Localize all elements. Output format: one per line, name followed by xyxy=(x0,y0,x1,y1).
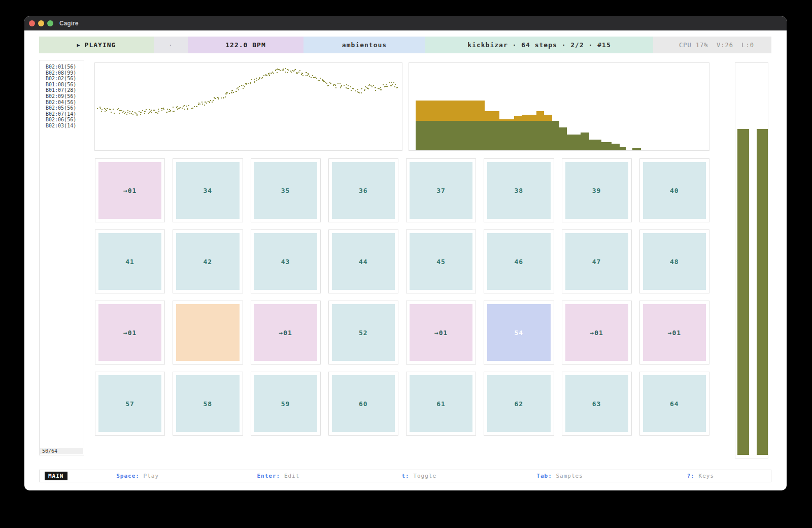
pad-53[interactable]: →01 xyxy=(406,301,476,365)
pad-label: 34 xyxy=(204,187,213,194)
scatter-dot xyxy=(120,110,121,111)
scene-name[interactable]: ambientous xyxy=(303,37,425,53)
pad-64[interactable]: 64 xyxy=(639,372,709,436)
pad-40[interactable]: 40 xyxy=(639,158,709,222)
pad-55[interactable]: →01 xyxy=(562,301,632,365)
pad-57[interactable]: 57 xyxy=(95,372,165,436)
scatter-dot xyxy=(241,85,242,86)
pad-label: →01 xyxy=(434,329,448,337)
pad-42[interactable]: 42 xyxy=(173,229,243,293)
hint-samples: Tab: Samples xyxy=(489,473,630,479)
pad-37[interactable]: 37 xyxy=(406,158,476,222)
sample-list-item[interactable]: B02:02(56) xyxy=(40,76,84,82)
pad-52[interactable]: 52 xyxy=(328,301,398,365)
scatter-dot xyxy=(110,109,111,110)
pad-56[interactable]: →01 xyxy=(639,301,709,365)
pad-59[interactable]: 59 xyxy=(251,372,321,436)
scatter-dot xyxy=(283,70,284,71)
bpm-display[interactable]: 122.0 BPM xyxy=(188,37,303,53)
pad-fill: →01 xyxy=(98,162,161,219)
scatter-dot xyxy=(346,84,347,85)
sample-list-item[interactable]: B02:04(56) xyxy=(40,100,84,106)
scatter-dot xyxy=(287,72,288,73)
pad-33[interactable]: →01 xyxy=(95,158,165,222)
hint-edit: Enter: Edit xyxy=(208,473,349,479)
histogram-plot xyxy=(409,62,709,151)
pad-51[interactable]: →01 xyxy=(251,301,321,365)
scatter-dot xyxy=(256,78,257,79)
pad-62[interactable]: 62 xyxy=(484,372,554,436)
pad-fill: 41 xyxy=(98,233,161,290)
pad-47[interactable]: 47 xyxy=(562,229,632,293)
pad-43[interactable]: 43 xyxy=(251,229,321,293)
scatter-dot xyxy=(209,102,210,103)
histogram-bar-lower xyxy=(522,121,537,150)
scatter-dot xyxy=(322,80,323,81)
sample-list-item[interactable]: B02:09(56) xyxy=(40,93,84,100)
scatter-dot xyxy=(341,85,342,86)
pad-label: 59 xyxy=(281,400,290,408)
minimize-button[interactable] xyxy=(38,20,44,26)
sample-list-item[interactable]: B02:06(56) xyxy=(40,117,84,123)
histogram-bar-upper xyxy=(499,119,515,120)
scatter-dot xyxy=(351,90,352,91)
pad-61[interactable]: 61 xyxy=(406,372,476,436)
scatter-dot xyxy=(213,100,214,101)
histogram-bar-lower xyxy=(566,135,581,150)
scatter-dot xyxy=(327,85,328,86)
sample-list-item[interactable]: B02:03(14) xyxy=(40,123,84,129)
pad-60[interactable]: 60 xyxy=(328,372,398,436)
scatter-dot xyxy=(269,75,270,76)
pad-58[interactable]: 58 xyxy=(173,372,243,436)
pad-45[interactable]: 45 xyxy=(406,229,476,293)
zoom-button[interactable] xyxy=(47,20,53,26)
scatter-dot xyxy=(170,111,171,112)
transport-status[interactable]: ▶ PLAYING xyxy=(39,37,154,53)
sample-list-item[interactable]: B02:08(99) xyxy=(40,70,84,76)
pad-46[interactable]: 46 xyxy=(484,229,554,293)
scatter-dot xyxy=(186,106,187,107)
scatter-dot xyxy=(168,111,170,112)
sample-list-item[interactable]: B01:08(56) xyxy=(40,82,84,88)
close-button[interactable] xyxy=(29,20,35,26)
pad-36[interactable]: 36 xyxy=(328,158,398,222)
scatter-dot xyxy=(373,85,374,86)
pad-38[interactable]: 38 xyxy=(484,158,554,222)
pad-fill: 37 xyxy=(410,162,472,219)
scatter-dot xyxy=(357,91,358,92)
scatter-dot xyxy=(221,97,222,98)
scatter-dot xyxy=(259,78,260,79)
pad-label: 38 xyxy=(515,187,524,194)
scatter-dot xyxy=(163,108,164,109)
pad-63[interactable]: 63 xyxy=(562,372,632,436)
scatter-dot xyxy=(370,85,371,86)
scatter-dot xyxy=(322,79,323,80)
scatter-dot xyxy=(151,110,152,111)
sample-list-item[interactable]: B02:01(56) xyxy=(40,64,84,70)
pad-54[interactable]: 54 xyxy=(484,301,554,365)
pad-44[interactable]: 44 xyxy=(328,229,398,293)
histogram-bar-lower xyxy=(581,133,589,150)
scatter-dot xyxy=(266,75,267,76)
sample-list-item[interactable]: B02:07(14) xyxy=(40,111,84,117)
sample-list-item[interactable]: B02:05(56) xyxy=(40,105,84,111)
scatter-dot xyxy=(375,87,376,88)
pad-39[interactable]: 39 xyxy=(562,158,632,222)
scatter-dot xyxy=(119,113,120,114)
scatter-dot xyxy=(283,69,284,70)
histogram-bar-lower xyxy=(499,121,515,150)
scatter-dot xyxy=(196,106,197,107)
pad-41[interactable]: 41 xyxy=(95,229,165,293)
scatter-dot xyxy=(118,108,119,109)
pad-34[interactable]: 34 xyxy=(173,158,243,222)
scatter-dot xyxy=(204,105,205,106)
pattern-info[interactable]: kickbizar · 64 steps · 2/2 · #15 xyxy=(425,37,653,53)
pad-35[interactable]: 35 xyxy=(251,158,321,222)
scatter-dot xyxy=(129,113,130,114)
sample-list-item[interactable]: B01:07(28) xyxy=(40,87,84,93)
pad-48[interactable]: 48 xyxy=(639,229,709,293)
pad-49[interactable]: →01 xyxy=(95,301,165,365)
pad-50[interactable] xyxy=(173,301,243,365)
pad-label: 43 xyxy=(281,258,290,266)
scatter-dot xyxy=(144,111,145,112)
